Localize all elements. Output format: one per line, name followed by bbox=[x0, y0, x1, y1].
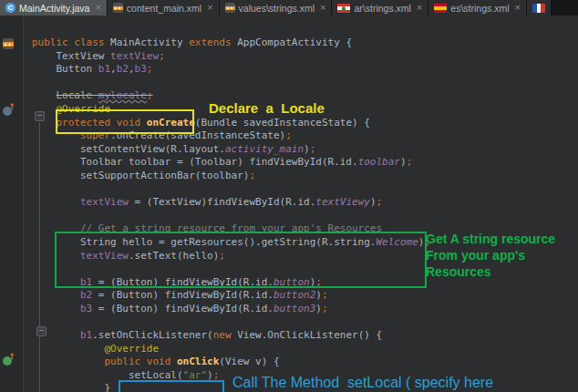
overriding-method-icon-green[interactable] bbox=[3, 356, 12, 366]
call-method-note: Call The Method setLocal ( specify here … bbox=[232, 374, 493, 392]
tab-label: es\strings.xml bbox=[450, 3, 509, 14]
close-icon[interactable]: × bbox=[320, 3, 325, 13]
editor-gutter bbox=[0, 15, 24, 392]
android-file-gutter-icon[interactable] bbox=[3, 38, 14, 49]
declare-locale-note: Declare a Locale bbox=[209, 100, 325, 117]
tab-values\strings.xml[interactable]: values\strings.xml× bbox=[220, 0, 333, 15]
editor-tab-bar: CMainActivity.java×content_main.xml×valu… bbox=[0, 0, 578, 15]
tab-MainActivity.java[interactable]: CMainActivity.java× bbox=[0, 0, 108, 15]
android-file-icon bbox=[113, 3, 123, 13]
code-area[interactable]: public class MainActivity extends AppCom… bbox=[24, 15, 578, 392]
tab-partial[interactable] bbox=[527, 0, 552, 15]
string-resource-box bbox=[55, 232, 427, 288]
code-line[interactable]: b1.setOnClickListener(new View.OnClickLi… bbox=[24, 329, 578, 343]
string-resource-note: Get A string resource From your app's Re… bbox=[426, 231, 555, 280]
code-line[interactable]: b2 = (Button) findViewById(R.id.button2)… bbox=[24, 289, 578, 303]
code-line[interactable] bbox=[24, 77, 578, 90]
android-file-icon bbox=[225, 3, 235, 13]
tab-ar\strings.xml[interactable]: ar\strings.xml× bbox=[332, 0, 428, 15]
class-icon: C bbox=[5, 3, 15, 13]
code-line[interactable]: @Override bbox=[24, 343, 578, 356]
code-line[interactable] bbox=[24, 183, 578, 197]
folding-collapse-icon[interactable]: – bbox=[36, 326, 46, 336]
close-icon[interactable]: × bbox=[207, 3, 212, 13]
spain-flag-icon bbox=[434, 4, 447, 13]
tab-es\strings.xml[interactable]: es\strings.xml× bbox=[428, 0, 527, 15]
code-line[interactable]: public void onClick(View v) { bbox=[24, 356, 578, 369]
folding-collapse-icon[interactable]: – bbox=[35, 111, 45, 121]
code-line[interactable]: setContentView(R.layout.activity_main); bbox=[24, 143, 578, 157]
tab-content_main.xml[interactable]: content_main.xml× bbox=[108, 0, 220, 15]
lebanon-flag-icon bbox=[337, 4, 350, 13]
code-line[interactable]: setSupportActionBar(toolbar); bbox=[24, 170, 578, 183]
tab-label: content_main.xml bbox=[127, 3, 201, 14]
tab-label: values\strings.xml bbox=[239, 3, 315, 14]
setlocal-box bbox=[119, 380, 224, 392]
code-line[interactable] bbox=[24, 210, 578, 223]
code-line[interactable]: TextView textView; bbox=[24, 50, 578, 64]
overriding-method-icon[interactable] bbox=[3, 107, 12, 116]
ide-window: CMainActivity.java×content_main.xml×valu… bbox=[0, 0, 578, 392]
close-icon[interactable]: × bbox=[417, 3, 422, 13]
code-editor[interactable]: public class MainActivity extends AppCom… bbox=[0, 15, 578, 392]
tab-label: ar\strings.xml bbox=[354, 3, 410, 14]
code-line[interactable]: Button b1,b2,b3; bbox=[24, 63, 578, 77]
code-line[interactable]: public class MainActivity extends AppCom… bbox=[24, 36, 578, 50]
code-line[interactable]: textView = (TextView)findViewById(R.id.t… bbox=[24, 196, 578, 210]
close-icon[interactable]: × bbox=[95, 3, 100, 13]
code-line[interactable]: Toolbar toolbar = (Toolbar) findViewById… bbox=[24, 156, 578, 170]
code-line[interactable]: b3 = (Button) findViewById(R.id.button3)… bbox=[24, 303, 578, 316]
close-icon[interactable]: × bbox=[515, 3, 521, 13]
code-line[interactable] bbox=[24, 315, 578, 329]
france-flag-icon bbox=[532, 4, 545, 13]
declare-locale-box bbox=[56, 109, 194, 134]
tab-label: MainActivity.java bbox=[19, 3, 89, 14]
